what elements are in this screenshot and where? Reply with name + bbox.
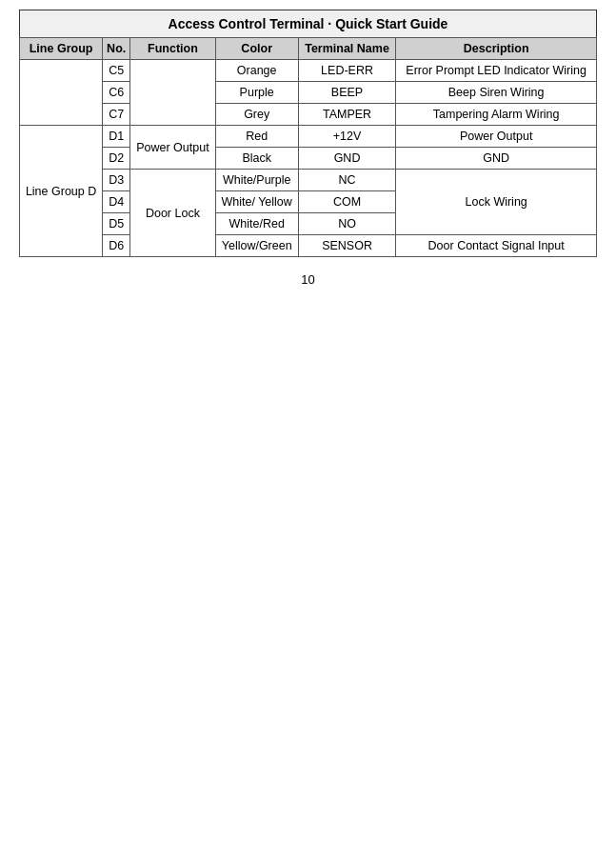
cell-color: White/ Yellow: [215, 191, 298, 213]
cell-function-power: Power Output: [130, 126, 215, 170]
page-wrapper: Access Control Terminal · Quick Start Gu…: [0, 0, 616, 306]
header-terminal-name: Terminal Name: [298, 38, 396, 60]
page-number: 10: [19, 272, 597, 287]
cell-terminal: LED-ERR: [298, 60, 396, 82]
cell-no: D6: [103, 235, 130, 257]
cell-no: D2: [103, 148, 130, 170]
cell-no: C5: [103, 60, 130, 82]
cell-terminal: GND: [298, 148, 396, 170]
cell-terminal: NC: [298, 170, 396, 191]
cell-color: Red: [215, 126, 298, 148]
header-no: No.: [103, 38, 130, 60]
header-color: Color: [215, 38, 298, 60]
cell-function-doorlock: Door Lock: [130, 170, 215, 257]
cell-terminal: COM: [298, 191, 396, 213]
page-title: Access Control Terminal · Quick Start Gu…: [169, 16, 448, 31]
cell-no: D5: [103, 213, 130, 235]
header-description: Description: [396, 38, 597, 60]
cell-line-group-d: Line Group D: [20, 126, 103, 257]
cell-color: Purple: [215, 82, 298, 104]
cell-terminal: BEEP: [298, 82, 396, 104]
cell-no: D1: [103, 126, 130, 148]
cell-function-c: [130, 60, 215, 126]
cell-terminal: +12V: [298, 126, 396, 148]
cell-color: White/Red: [215, 213, 298, 235]
table-row: Line Group D D1 Power Output Red +12V Po…: [20, 126, 597, 148]
cell-color: Grey: [215, 104, 298, 126]
cell-description: GND: [396, 148, 597, 170]
cell-no: D4: [103, 191, 130, 213]
cell-terminal: NO: [298, 213, 396, 235]
cell-description: Power Output: [396, 126, 597, 148]
title-bar: Access Control Terminal · Quick Start Gu…: [19, 10, 597, 37]
cell-color: Yellow/Green: [215, 235, 298, 257]
cell-no: C7: [103, 104, 130, 126]
cell-description-lockwiring: Lock Wiring: [396, 170, 597, 235]
cell-terminal: TAMPER: [298, 104, 396, 126]
cell-no: D3: [103, 170, 130, 191]
cell-color: Orange: [215, 60, 298, 82]
cell-terminal: SENSOR: [298, 235, 396, 257]
wiring-table: Line Group No. Function Color Terminal N…: [19, 37, 597, 257]
table-row: C6 Purple BEEP Beep Siren Wiring: [20, 82, 597, 104]
cell-description: Error Prompt LED Indicator Wiring: [396, 60, 597, 82]
header-function: Function: [130, 38, 215, 60]
cell-color: White/Purple: [215, 170, 298, 191]
table-row: C7 Grey TAMPER Tampering Alarm Wiring: [20, 104, 597, 126]
table-header-row: Line Group No. Function Color Terminal N…: [20, 38, 597, 60]
header-line-group: Line Group: [20, 38, 103, 60]
table-row: C5 Orange LED-ERR Error Prompt LED Indic…: [20, 60, 597, 82]
cell-description: Door Contact Signal Input: [396, 235, 597, 257]
cell-color: Black: [215, 148, 298, 170]
cell-no: C6: [103, 82, 130, 104]
table-row: D6 Yellow/Green SENSOR Door Contact Sign…: [20, 235, 597, 257]
cell-description: Beep Siren Wiring: [396, 82, 597, 104]
cell-line-group-c: [20, 60, 103, 126]
table-row: D3 Door Lock White/Purple NC Lock Wiring: [20, 170, 597, 191]
table-row: D2 Black GND GND: [20, 148, 597, 170]
cell-description: Tampering Alarm Wiring: [396, 104, 597, 126]
